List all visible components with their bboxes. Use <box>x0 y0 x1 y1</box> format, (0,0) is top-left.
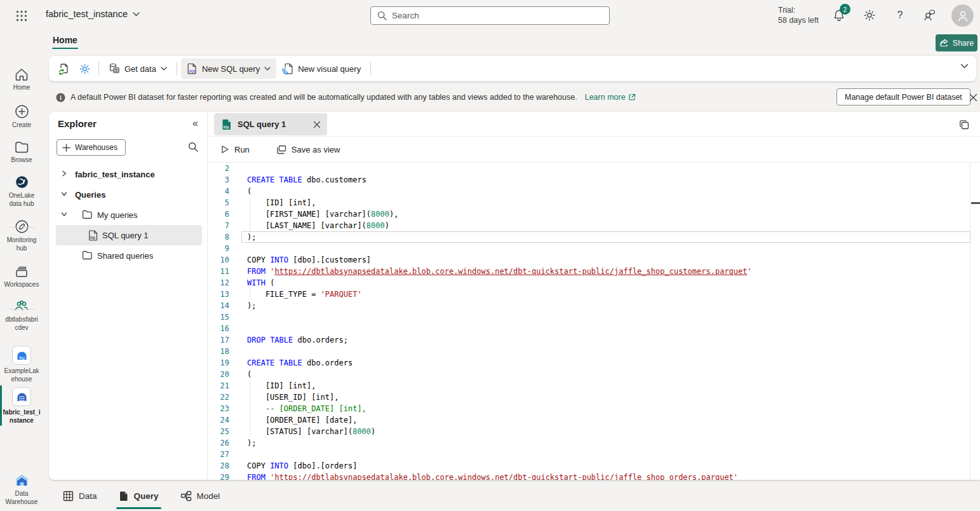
code-line-9[interactable]: 9 <box>208 243 980 254</box>
feedback-icon[interactable] <box>922 8 936 22</box>
rail-item-home[interactable]: Home <box>0 67 43 92</box>
play-icon <box>220 145 229 154</box>
code-text: -- [ORDER_DATE] [int], <box>247 403 366 414</box>
code-line-15[interactable]: 15 <box>208 311 980 323</box>
collapse-panel-icon[interactable]: « <box>192 118 198 129</box>
code-line-27[interactable]: 27 <box>208 449 980 460</box>
line-number: 12 <box>208 277 229 289</box>
tree-item-shared-queries[interactable]: Shared queries <box>49 245 207 266</box>
code-line-4[interactable]: 4( <box>208 186 980 197</box>
code-line-19[interactable]: 19CREATE TABLE dbo.orders <box>208 357 980 369</box>
query-tab-sql-query-1[interactable]: SQL SQL query 1 <box>214 113 327 135</box>
tab-home[interactable]: Home <box>53 35 77 49</box>
rail-item-examplelakehouse[interactable]: ExampleLakehouse <box>0 346 43 383</box>
code-line-26[interactable]: 26); <box>208 437 980 449</box>
code-line-13[interactable]: 13 FILE_TYPE = 'PARQUET' <box>208 289 980 300</box>
code-line-5[interactable]: 5 [ID] [int], <box>208 197 980 208</box>
toolbar-divider <box>177 62 177 75</box>
code-text: [LAST_NAME] [varchar](8000) <box>247 220 389 231</box>
rail-divider <box>9 227 34 228</box>
toolbar-overflow-chevron[interactable] <box>960 64 969 69</box>
rail-item-dbtlabsfabricdev[interactable]: dbtlabsfabricdev <box>0 299 43 332</box>
line-number: 7 <box>208 220 229 231</box>
tree-item-label: My queries <box>97 210 138 220</box>
new-visual-query-button[interactable]: New visual query <box>276 58 366 79</box>
line-number: 19 <box>208 357 229 369</box>
line-number: 21 <box>208 380 229 392</box>
workspace-switcher[interactable]: fabric_test_instance <box>46 9 140 19</box>
main-content-card: Explorer « Warehouses fabric_test_instan… <box>49 112 980 480</box>
save-as-view-icon <box>276 145 286 154</box>
tree-item-my-queries[interactable]: My queries <box>49 205 207 225</box>
explorer-search-icon[interactable] <box>188 142 198 152</box>
line-number: 23 <box>208 403 229 414</box>
rail-item-create[interactable]: Create <box>0 104 43 129</box>
share-icon <box>939 39 949 47</box>
code-line-2[interactable]: 2 <box>208 163 980 174</box>
code-line-25[interactable]: 25 [STATUS] [varchar](8000) <box>208 426 980 437</box>
save-as-view-button[interactable]: Save as view <box>271 141 346 158</box>
rail-item-monitoring-hub[interactable]: Monitoringhub <box>0 219 43 252</box>
manage-default-dataset-button[interactable]: Manage default Power BI dataset <box>836 88 970 106</box>
code-line-17[interactable]: 17DROP TABLE dbo.orders; <box>208 334 980 346</box>
rail-item-data-warehouse[interactable]: DataWarehouse <box>0 472 43 506</box>
line-number: 24 <box>208 414 229 426</box>
code-line-6[interactable]: 6 [FIRST_NAME] [varchar](8000), <box>208 208 980 220</box>
rail-item-browse[interactable]: Browse <box>0 141 43 164</box>
chevron-right-icon[interactable] <box>61 170 69 178</box>
code-line-29[interactable]: 29FROM 'https://dbtlabsynapsedatalake.bl… <box>208 472 980 480</box>
code-line-12[interactable]: 12WITH ( <box>208 277 980 289</box>
code-line-11[interactable]: 11FROM 'https://dbtlabsynapsedatalake.bl… <box>208 266 980 277</box>
code-line-8[interactable]: 8); <box>208 231 980 243</box>
user-avatar[interactable] <box>951 4 974 27</box>
code-text: ( <box>247 186 252 197</box>
code-line-24[interactable]: 24 [ORDER_DATE] [date], <box>208 414 980 426</box>
sql-code-editor[interactable]: 23CREATE TABLE dbo.customers4(5 [ID] [in… <box>208 163 980 480</box>
code-line-3[interactable]: 3CREATE TABLE dbo.customers <box>208 174 980 186</box>
new-sql-query-button[interactable]: SQL New SQL query <box>181 58 276 79</box>
tree-item-queries[interactable]: Queries <box>49 184 207 205</box>
workspaces-icon <box>0 265 43 278</box>
code-text: DROP TABLE dbo.orders; <box>247 334 348 346</box>
bottom-tab-query[interactable]: Query <box>116 487 161 509</box>
run-button[interactable]: Run <box>215 141 255 158</box>
code-line-28[interactable]: 28COPY INTO [dbo].[orders] <box>208 460 980 472</box>
app-launcher-icon[interactable] <box>15 10 28 22</box>
code-line-7[interactable]: 7 [LAST_NAME] [varchar](8000) <box>208 220 980 231</box>
banner-close-icon[interactable] <box>965 90 980 105</box>
bottom-tab-model[interactable]: Model <box>178 487 223 509</box>
tree-item-fabric_test_instance[interactable]: fabric_test_instance <box>49 164 207 184</box>
copy-icon[interactable] <box>957 118 971 132</box>
get-data-button[interactable]: Get data <box>103 58 173 79</box>
rail-item-workspaces[interactable]: Workspaces <box>0 265 43 289</box>
code-text: [ID] [int], <box>247 197 316 208</box>
rail-item-fabric-test-instance[interactable]: fabric_test_instance <box>0 387 43 425</box>
line-number: 8 <box>208 231 229 243</box>
toolbar-divider <box>370 62 371 75</box>
add-warehouses-button[interactable]: Warehouses <box>57 139 126 156</box>
rail-item-onelake-data-hub[interactable]: OneLakedata hub <box>0 175 43 208</box>
code-line-18[interactable]: 18 <box>208 346 980 357</box>
chevron-down-icon[interactable] <box>61 211 69 219</box>
code-line-22[interactable]: 22 [USER_ID] [int], <box>208 392 980 403</box>
code-line-10[interactable]: 10COPY INTO [dbo].[customers] <box>208 254 980 266</box>
tab-close-icon[interactable] <box>313 121 321 128</box>
chevron-down-icon[interactable] <box>61 191 69 198</box>
learn-more-link[interactable]: Learn more <box>585 93 636 102</box>
search-input[interactable]: Search <box>370 6 610 25</box>
help-icon[interactable]: ? <box>893 8 907 22</box>
settings-gear-icon[interactable] <box>863 8 876 22</box>
refresh-dataset-icon[interactable] <box>54 58 74 79</box>
svg-text:SQL: SQL <box>90 236 97 240</box>
settings-blue-gear-icon[interactable] <box>74 58 95 79</box>
code-line-20[interactable]: 20( <box>208 369 980 380</box>
code-line-23[interactable]: 23 -- [ORDER_DATE] [int], <box>208 403 980 414</box>
code-line-21[interactable]: 21 [ID] [int], <box>208 380 980 392</box>
tree-item-sql-query-1[interactable]: SQLSQL query 1 <box>56 225 202 245</box>
share-button[interactable]: Share <box>936 34 977 51</box>
line-number: 18 <box>208 346 229 357</box>
code-line-16[interactable]: 16 <box>208 323 980 334</box>
bottom-tab-data[interactable]: Data <box>60 487 100 509</box>
database-icon <box>109 63 120 74</box>
code-line-14[interactable]: 14); <box>208 300 980 311</box>
